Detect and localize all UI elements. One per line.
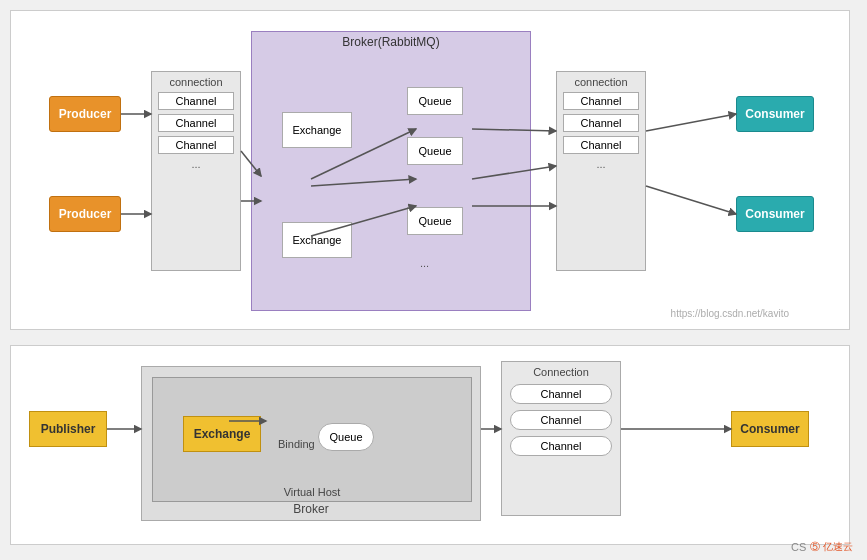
publisher-box: Publisher <box>29 411 107 447</box>
cs-logo: CS ⑤ 亿速云 <box>791 540 853 554</box>
producer1-box: Producer <box>49 96 121 132</box>
svg-line-11 <box>646 186 736 214</box>
consumer-bottom-box: Consumer <box>731 411 809 447</box>
broker-label: Broker(RabbitMQ) <box>342 35 439 49</box>
channel-dots: ... <box>152 158 240 170</box>
consumer2-box: Consumer <box>736 196 814 232</box>
exchange1-box: Exchange <box>282 112 352 148</box>
exchange2-box: Exchange <box>282 222 352 258</box>
queue-bottom-box: Queue <box>318 423 374 451</box>
queue-dots: ... <box>420 257 429 269</box>
binding-label: Binding <box>278 438 315 450</box>
producer2-box: Producer <box>49 196 121 232</box>
connection-box-left: connection Channel Channel Channel ... <box>151 71 241 271</box>
watermark: https://blog.csdn.net/kavito <box>671 308 789 319</box>
channel-cylinder-1: Channel <box>510 384 612 404</box>
exchange-bottom-box: Exchange <box>183 416 261 452</box>
connection-bottom-box: Connection Channel Channel Channel <box>501 361 621 516</box>
bottom-diagram: Broker Virtual Host Exchange Binding Que… <box>10 345 850 545</box>
channel-item: Channel <box>158 136 234 154</box>
broker-box: Broker(RabbitMQ) Exchange Exchange Queue… <box>251 31 531 311</box>
top-diagram: Broker(RabbitMQ) Exchange Exchange Queue… <box>10 10 850 330</box>
broker-bottom-box: Broker Virtual Host Exchange Binding Que… <box>141 366 481 521</box>
channel-item: Channel <box>158 114 234 132</box>
queue2-box: Queue <box>407 137 463 165</box>
channel-cylinder-2: Channel <box>510 410 612 430</box>
channel-cylinder-3: Channel <box>510 436 612 456</box>
virtual-host-box: Virtual Host Exchange Binding Queue <box>152 377 472 502</box>
channel-item: Channel <box>563 114 639 132</box>
channel-dots: ... <box>557 158 645 170</box>
consumer1-box: Consumer <box>736 96 814 132</box>
channel-item: Channel <box>158 92 234 110</box>
main-container: Broker(RabbitMQ) Exchange Exchange Queue… <box>0 0 867 560</box>
channel-item: Channel <box>563 92 639 110</box>
queue3-box: Queue <box>407 207 463 235</box>
channel-item: Channel <box>563 136 639 154</box>
queue1-box: Queue <box>407 87 463 115</box>
svg-line-10 <box>646 114 736 131</box>
connection-box-right: connection Channel Channel Channel ... <box>556 71 646 271</box>
